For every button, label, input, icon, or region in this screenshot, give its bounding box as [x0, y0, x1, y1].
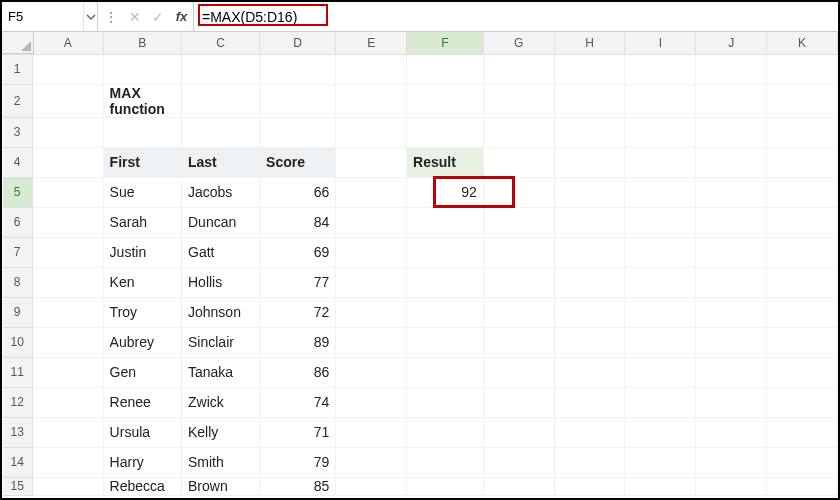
cell-B13[interactable]: Ursula [103, 417, 181, 447]
cell-B11[interactable]: Gen [103, 357, 181, 387]
row-header-15[interactable]: 15 [3, 477, 33, 495]
cell-D2[interactable] [260, 84, 336, 117]
col-header-E[interactable]: E [336, 32, 407, 54]
cell-C13[interactable]: Kelly [182, 417, 260, 447]
cell-H9[interactable] [554, 297, 625, 327]
cell-E2[interactable] [336, 84, 407, 117]
cancel-icon[interactable]: ✕ [126, 9, 144, 25]
cell-F9[interactable] [407, 297, 484, 327]
cell-A9[interactable] [32, 297, 103, 327]
cell-C1[interactable] [182, 54, 260, 84]
cell-F11[interactable] [407, 357, 484, 387]
cell-B7[interactable]: Justin [103, 237, 181, 267]
cell-E15[interactable] [336, 477, 407, 495]
cell-G8[interactable] [483, 267, 554, 297]
cell-K12[interactable] [767, 387, 838, 417]
cell-F14[interactable] [407, 447, 484, 477]
cell-K14[interactable] [767, 447, 838, 477]
cell-D5[interactable]: 66 [260, 177, 336, 207]
cell-C10[interactable]: Sinclair [182, 327, 260, 357]
cell-K7[interactable] [767, 237, 838, 267]
cell-J8[interactable] [696, 267, 767, 297]
cell-D7[interactable]: 69 [260, 237, 336, 267]
row-header-12[interactable]: 12 [3, 387, 33, 417]
cell-G2[interactable] [483, 84, 554, 117]
cell-C8[interactable]: Hollis [182, 267, 260, 297]
cell-F4[interactable]: Result [407, 147, 484, 177]
cell-C6[interactable]: Duncan [182, 207, 260, 237]
col-header-J[interactable]: J [696, 32, 767, 54]
cell-H2[interactable] [554, 84, 625, 117]
cell-J4[interactable] [696, 147, 767, 177]
cell-B2[interactable]: MAX function [103, 84, 181, 117]
cell-F15[interactable] [407, 477, 484, 495]
cell-C2[interactable] [182, 84, 260, 117]
cell-F10[interactable] [407, 327, 484, 357]
col-header-B[interactable]: B [103, 32, 181, 54]
cell-B5[interactable]: Sue [103, 177, 181, 207]
cell-D9[interactable]: 72 [260, 297, 336, 327]
cell-J12[interactable] [696, 387, 767, 417]
cell-I10[interactable] [625, 327, 696, 357]
cell-A8[interactable] [32, 267, 103, 297]
row-header-11[interactable]: 11 [3, 357, 33, 387]
cell-G11[interactable] [483, 357, 554, 387]
cell-F2[interactable] [407, 84, 484, 117]
cell-H11[interactable] [554, 357, 625, 387]
cell-E5[interactable] [336, 177, 407, 207]
cell-D13[interactable]: 71 [260, 417, 336, 447]
cell-I12[interactable] [625, 387, 696, 417]
cell-D1[interactable] [260, 54, 336, 84]
cell-A14[interactable] [32, 447, 103, 477]
cell-D12[interactable]: 74 [260, 387, 336, 417]
cell-J11[interactable] [696, 357, 767, 387]
cell-F1[interactable] [407, 54, 484, 84]
cell-C15[interactable]: Brown [182, 477, 260, 495]
col-header-I[interactable]: I [625, 32, 696, 54]
cell-D14[interactable]: 79 [260, 447, 336, 477]
cell-A15[interactable] [32, 477, 103, 495]
cell-J10[interactable] [696, 327, 767, 357]
cell-I13[interactable] [625, 417, 696, 447]
cell-G15[interactable] [483, 477, 554, 495]
row-header-3[interactable]: 3 [3, 117, 33, 147]
cell-A4[interactable] [32, 147, 103, 177]
cell-J7[interactable] [696, 237, 767, 267]
cell-B9[interactable]: Troy [103, 297, 181, 327]
enter-icon[interactable]: ✓ [149, 9, 167, 25]
cell-I9[interactable] [625, 297, 696, 327]
cell-E7[interactable] [336, 237, 407, 267]
cell-A1[interactable] [32, 54, 103, 84]
cell-J2[interactable] [696, 84, 767, 117]
cell-A11[interactable] [32, 357, 103, 387]
cell-D3[interactable] [260, 117, 336, 147]
name-box-dropdown[interactable] [83, 2, 97, 31]
cell-G9[interactable] [483, 297, 554, 327]
cell-B10[interactable]: Aubrey [103, 327, 181, 357]
cell-H15[interactable] [554, 477, 625, 495]
cell-C4[interactable]: Last [182, 147, 260, 177]
cell-I11[interactable] [625, 357, 696, 387]
cell-B15[interactable]: Rebecca [103, 477, 181, 495]
row-header-5[interactable]: 5 [3, 177, 33, 207]
cell-A6[interactable] [32, 207, 103, 237]
cell-K11[interactable] [767, 357, 838, 387]
cell-G7[interactable] [483, 237, 554, 267]
cell-H4[interactable] [554, 147, 625, 177]
cell-E8[interactable] [336, 267, 407, 297]
col-header-A[interactable]: A [32, 32, 103, 54]
cell-G3[interactable] [483, 117, 554, 147]
cell-D4[interactable]: Score [260, 147, 336, 177]
cell-K9[interactable] [767, 297, 838, 327]
spreadsheet-grid[interactable]: A B C D E F G H I J K 12MAX function34Fi… [2, 32, 838, 496]
cell-J13[interactable] [696, 417, 767, 447]
cell-H12[interactable] [554, 387, 625, 417]
select-all-corner[interactable] [2, 32, 34, 54]
cell-F6[interactable] [407, 207, 484, 237]
cell-J14[interactable] [696, 447, 767, 477]
cell-I1[interactable] [625, 54, 696, 84]
row-header-9[interactable]: 9 [3, 297, 33, 327]
cell-I14[interactable] [625, 447, 696, 477]
cell-C11[interactable]: Tanaka [182, 357, 260, 387]
col-header-D[interactable]: D [260, 32, 336, 54]
